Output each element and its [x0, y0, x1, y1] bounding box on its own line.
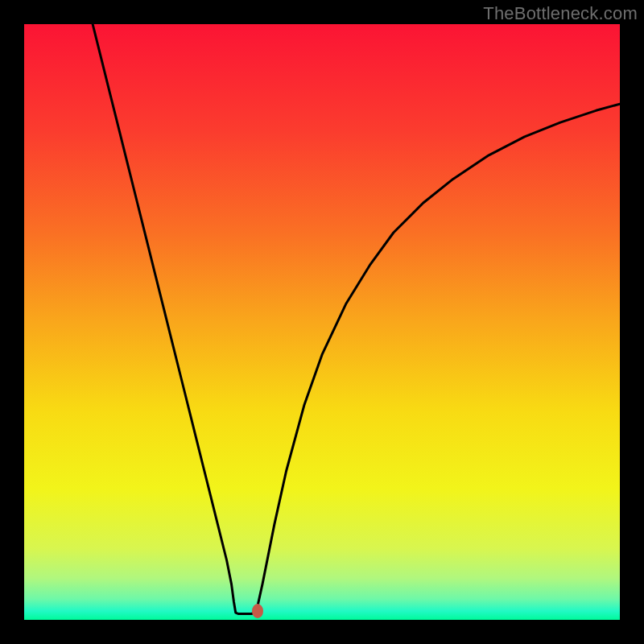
bottleneck-curve	[93, 24, 620, 614]
plot-area	[24, 24, 620, 620]
optimal-point-marker	[252, 604, 263, 618]
watermark-text: TheBottleneck.com	[483, 3, 638, 24]
chart-frame: TheBottleneck.com	[0, 0, 644, 644]
curve-layer	[24, 24, 620, 620]
